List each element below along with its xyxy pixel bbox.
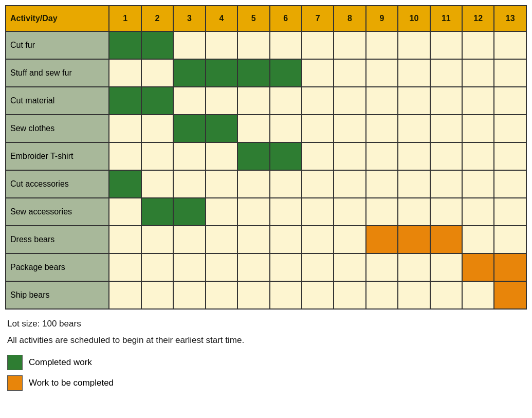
cell-row4-col2 <box>173 142 205 170</box>
cell-row7-col2 <box>173 226 205 253</box>
cell-row5-col11 <box>462 170 494 198</box>
cell-row3-col12 <box>494 115 526 142</box>
cell-row6-col11 <box>462 198 494 226</box>
cell-row6-col1 <box>141 198 173 226</box>
activity-label-2: Cut material <box>6 87 109 115</box>
cell-row3-col3 <box>206 115 237 142</box>
cell-row8-col5 <box>270 253 302 281</box>
activity-label-1: Stuff and sew fur <box>6 59 109 87</box>
cell-row9-col8 <box>366 281 398 309</box>
cell-row1-col10 <box>430 59 462 87</box>
day-header-3: 3 <box>173 6 205 31</box>
cell-row5-col5 <box>270 170 302 198</box>
cell-row8-col7 <box>334 253 365 281</box>
day-header-6: 6 <box>270 6 302 31</box>
day-header-10: 10 <box>398 6 430 31</box>
cell-row0-col11 <box>462 31 494 59</box>
cell-row0-col4 <box>237 31 269 59</box>
activity-label-0: Cut fur <box>6 31 109 59</box>
cell-row9-col3 <box>206 281 237 309</box>
cell-row7-col10 <box>430 226 462 253</box>
cell-row6-col3 <box>206 198 237 226</box>
cell-row6-col5 <box>270 198 302 226</box>
cell-row8-col0 <box>109 253 141 281</box>
day-header-13: 13 <box>494 6 526 31</box>
activity-label-5: Cut accessories <box>6 170 109 198</box>
cell-row6-col4 <box>237 198 269 226</box>
cell-row0-col5 <box>270 31 302 59</box>
day-header-5: 5 <box>237 6 269 31</box>
legend-section: Lot size: 100 bears All activities are s… <box>5 319 527 391</box>
cell-row8-col3 <box>206 253 237 281</box>
activity-label-9: Ship bears <box>6 281 109 309</box>
table-row: Cut material <box>6 87 526 115</box>
cell-row4-col4 <box>237 142 269 170</box>
cell-row2-col11 <box>462 87 494 115</box>
cell-row0-col10 <box>430 31 462 59</box>
cell-row0-col2 <box>173 31 205 59</box>
cell-row0-col0 <box>109 31 141 59</box>
cell-row3-col7 <box>334 115 365 142</box>
header-row: Activity/Day 12345678910111213 <box>6 6 526 31</box>
cell-row1-col7 <box>334 59 365 87</box>
cell-row4-col9 <box>398 142 430 170</box>
cell-row9-col1 <box>141 281 173 309</box>
cell-row0-col1 <box>141 31 173 59</box>
cell-row3-col10 <box>430 115 462 142</box>
cell-row5-col0 <box>109 170 141 198</box>
cell-row3-col1 <box>141 115 173 142</box>
cell-row3-col9 <box>398 115 430 142</box>
cell-row2-col9 <box>398 87 430 115</box>
activity-label-4: Embroider T-shirt <box>6 142 109 170</box>
cell-row9-col5 <box>270 281 302 309</box>
cell-row8-col12 <box>494 253 526 281</box>
table-row: Cut fur <box>6 31 526 59</box>
cell-row1-col3 <box>206 59 237 87</box>
cell-row1-col6 <box>302 59 334 87</box>
cell-row7-col8 <box>366 226 398 253</box>
cell-row6-col7 <box>334 198 365 226</box>
cell-row2-col4 <box>237 87 269 115</box>
cell-row1-col4 <box>237 59 269 87</box>
cell-row0-col3 <box>206 31 237 59</box>
cell-row5-col1 <box>141 170 173 198</box>
cell-row9-col7 <box>334 281 365 309</box>
schedule-table: Activity/Day 12345678910111213 Cut furSt… <box>5 5 527 310</box>
work-to-complete-label: Work to be completed <box>29 378 114 388</box>
cell-row1-col1 <box>141 59 173 87</box>
activity-label-7: Dress bears <box>6 226 109 253</box>
cell-row6-col8 <box>366 198 398 226</box>
cell-row9-col2 <box>173 281 205 309</box>
cell-row6-col6 <box>302 198 334 226</box>
day-header-9: 9 <box>366 6 398 31</box>
cell-row9-col12 <box>494 281 526 309</box>
cell-row1-col9 <box>398 59 430 87</box>
work-to-complete-box <box>7 375 23 391</box>
cell-row8-col6 <box>302 253 334 281</box>
completed-work-box <box>7 355 23 370</box>
cell-row8-col9 <box>398 253 430 281</box>
lot-size-text: Lot size: 100 bears <box>7 319 527 329</box>
cell-row0-col12 <box>494 31 526 59</box>
cell-row9-col4 <box>237 281 269 309</box>
table-row: Embroider T-shirt <box>6 142 526 170</box>
cell-row3-col4 <box>237 115 269 142</box>
cell-row5-col4 <box>237 170 269 198</box>
cell-row2-col6 <box>302 87 334 115</box>
legend-to-complete: Work to be completed <box>7 375 527 391</box>
cell-row1-col8 <box>366 59 398 87</box>
cell-row1-col11 <box>462 59 494 87</box>
cell-row9-col6 <box>302 281 334 309</box>
cell-row7-col0 <box>109 226 141 253</box>
table-row: Dress bears <box>6 226 526 253</box>
cell-row5-col3 <box>206 170 237 198</box>
cell-row4-col7 <box>334 142 365 170</box>
activity-label-8: Package bears <box>6 253 109 281</box>
cell-row4-col5 <box>270 142 302 170</box>
cell-row8-col4 <box>237 253 269 281</box>
cell-row5-col2 <box>173 170 205 198</box>
cell-row2-col7 <box>334 87 365 115</box>
cell-row2-col8 <box>366 87 398 115</box>
day-header-11: 11 <box>430 6 462 31</box>
cell-row2-col0 <box>109 87 141 115</box>
